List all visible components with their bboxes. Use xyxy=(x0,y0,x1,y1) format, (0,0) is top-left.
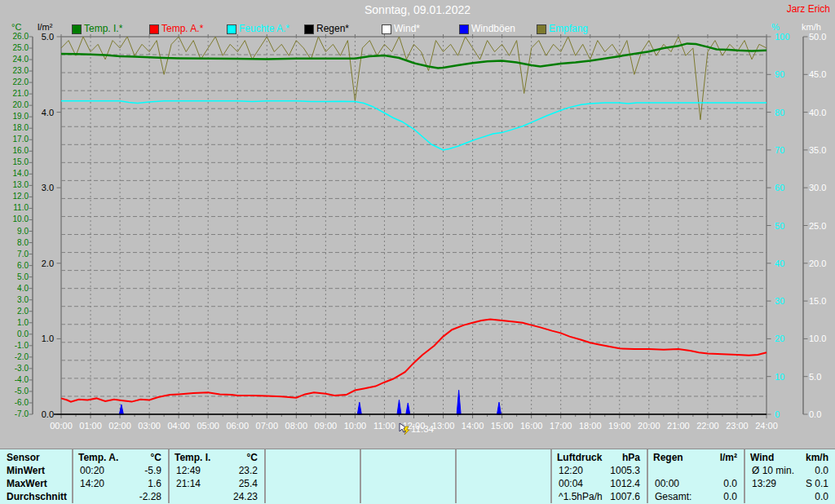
wind-gust-spike xyxy=(406,403,410,414)
table-col-unit: °C xyxy=(168,451,258,464)
wind-axis-label: 25.0 xyxy=(809,221,835,231)
temp-axis-label: 20.0 xyxy=(0,100,29,110)
temp-axis-label: 4.0 xyxy=(0,284,29,294)
temp-axis-label: 16.0 xyxy=(0,146,29,156)
table-cell-value: 0.0 xyxy=(647,490,737,503)
table-column-separator xyxy=(455,449,457,503)
wind-gust-spike xyxy=(397,400,401,414)
humidity-axis-label: 40 xyxy=(775,259,799,268)
weather-app-window: Sonntag, 09.01.2022 Jarz Erich °C l/m² %… xyxy=(0,0,835,504)
table-cell-value: 0.0 xyxy=(647,477,737,490)
table-cell-value: -5.9 xyxy=(72,464,161,477)
table-cell-value: -2.28 xyxy=(72,490,161,503)
temp-axis-label: 13.0 xyxy=(0,180,29,190)
humidity-axis-label: 20 xyxy=(775,334,799,343)
wind-axis-label: 5.0 xyxy=(809,372,835,382)
temp-inside-line xyxy=(61,43,767,68)
wind-gust-spike xyxy=(457,390,461,414)
temp-axis-label: 10.0 xyxy=(0,214,29,224)
wind-axis-label: 35.0 xyxy=(809,145,835,155)
table-row-header: Sensor xyxy=(7,451,68,464)
wind-axis-label: 40.0 xyxy=(809,108,835,117)
temp-axis-label: 8.0 xyxy=(0,238,29,248)
temp-axis-label: 5.0 xyxy=(0,272,29,282)
statistics-table: SensorMinWertMaxWertDurchschnittTemp. A.… xyxy=(0,449,835,504)
temp-axis-label: 11.0 xyxy=(0,203,29,213)
humidity-axis-label: 50 xyxy=(775,221,799,231)
humidity-axis-label: 90 xyxy=(775,69,799,79)
wind-gust-spike xyxy=(497,402,501,414)
table-column-separator xyxy=(264,449,266,503)
wind-axis-label: 0.0 xyxy=(809,409,835,419)
table-row-header: MaxWert xyxy=(7,477,68,490)
temp-axis-label: 17.0 xyxy=(0,135,29,144)
temp-axis-label: 0.0 xyxy=(0,329,29,339)
table-cell-value: 0.0 xyxy=(744,464,828,477)
rain-axis-label: 4.0 xyxy=(33,108,54,117)
wind-axis-label: 20.0 xyxy=(809,259,835,268)
temp-axis-label: 24.0 xyxy=(0,55,29,64)
table-cell-value: 23.2 xyxy=(168,464,258,477)
wind-axis-label: 15.0 xyxy=(809,296,835,306)
table-cell-value: 1007.6 xyxy=(550,490,640,503)
wind-gust-spike xyxy=(119,405,123,414)
humidity-axis-label: 70 xyxy=(775,145,799,155)
x-axis-label: 24:00 xyxy=(749,421,784,431)
temp-axis-label: 7.0 xyxy=(0,250,29,259)
humidity-axis-label: 100 xyxy=(775,32,799,42)
temp-axis-label: 15.0 xyxy=(0,157,29,167)
temp-axis-label: -6.0 xyxy=(0,398,29,408)
humidity-axis-label: 60 xyxy=(775,183,799,192)
temp-axis-label: 19.0 xyxy=(0,112,29,122)
table-cell-value: S 0.1 xyxy=(744,477,828,490)
humidity-axis-label: 10 xyxy=(775,372,799,382)
table-col-unit: l/m² xyxy=(647,451,737,464)
temp-axis-label: 21.0 xyxy=(0,89,29,99)
table-cell-value: 1005.3 xyxy=(550,464,640,477)
humidity-axis-label: 30 xyxy=(775,296,799,306)
table-cell-value: 1.6 xyxy=(72,477,161,490)
temp-axis-label: 6.0 xyxy=(0,261,29,271)
rain-axis-label: 5.0 xyxy=(33,32,54,42)
table-col-unit: hPa xyxy=(550,451,640,464)
table-cell-value: 24.23 xyxy=(168,490,258,503)
humidity-axis-label: 80 xyxy=(775,108,799,117)
temp-axis-label: -3.0 xyxy=(0,364,29,374)
table-cell-value: 0.0 xyxy=(744,490,828,503)
temp-axis-label: -2.0 xyxy=(0,352,29,362)
temp-axis-label: 12.0 xyxy=(0,192,29,201)
rain-axis-label: 1.0 xyxy=(33,334,54,343)
rain-axis-label: 3.0 xyxy=(33,183,54,192)
temp-axis-label: -5.0 xyxy=(0,387,29,396)
wind-axis-label: 50.0 xyxy=(809,32,835,42)
temp-axis-label: 26.0 xyxy=(0,32,29,42)
wind-axis-label: 10.0 xyxy=(809,334,835,343)
table-row-header: MinWert xyxy=(7,464,68,477)
temp-axis-label: 14.0 xyxy=(0,169,29,179)
weather-chart-plot[interactable] xyxy=(0,0,835,447)
table-cell-value: 1012.4 xyxy=(550,477,640,490)
table-column-separator xyxy=(360,449,361,503)
temp-axis-label: -4.0 xyxy=(0,375,29,385)
cursor-time-label: 11:34 xyxy=(411,424,434,434)
temp-axis-label: 2.0 xyxy=(0,307,29,316)
temp-axis-label: 22.0 xyxy=(0,77,29,87)
temp-axis-label: 25.0 xyxy=(0,43,29,53)
table-row-header: Durchschnitt xyxy=(7,490,68,503)
temp-axis-label: 1.0 xyxy=(0,318,29,328)
temp-axis-label: 9.0 xyxy=(0,227,29,237)
temp-axis-label: 18.0 xyxy=(0,123,29,133)
rain-axis-label: 0.0 xyxy=(33,409,54,419)
temp-axis-label: -7.0 xyxy=(0,409,29,419)
table-col-unit: km/h xyxy=(744,451,828,464)
rain-axis-label: 2.0 xyxy=(33,259,54,268)
wind-gust-spike xyxy=(357,402,361,414)
temp-axis-label: -1.0 xyxy=(0,341,29,351)
table-col-unit: °C xyxy=(72,451,161,464)
temp-axis-label: 23.0 xyxy=(0,66,29,76)
wind-axis-label: 45.0 xyxy=(809,69,835,79)
temp-axis-label: 3.0 xyxy=(0,295,29,305)
wind-axis-label: 30.0 xyxy=(809,183,835,192)
humidity-axis-label: 0 xyxy=(775,409,799,419)
table-cell-value: 25.4 xyxy=(168,477,258,490)
